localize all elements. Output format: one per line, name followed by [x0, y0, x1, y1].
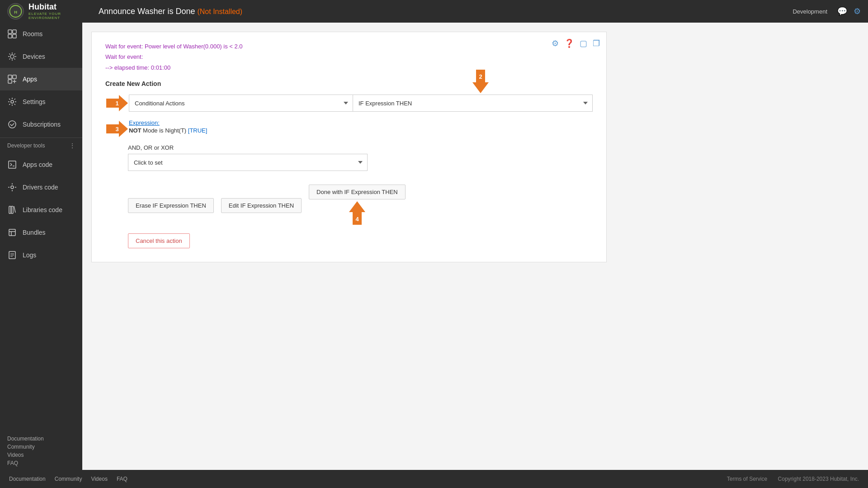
svg-text:4: 4 — [355, 216, 359, 223]
if-expression-dropdown[interactable]: IF Expression THEN — [353, 95, 593, 112]
svg-line-13 — [14, 59, 15, 60]
sidebar: Rooms Devices — [0, 23, 82, 470]
sidebar-item-settings[interactable]: Settings — [0, 90, 82, 113]
footer-faq-link[interactable]: FAQ — [117, 476, 127, 482]
svg-rect-18 — [8, 80, 12, 83]
svg-line-25 — [10, 165, 12, 166]
expression-section: 3 Expression: NOT Mode is Night(T) [TRUE… — [105, 119, 593, 137]
erase-if-expression-button[interactable]: Erase IF Expression THEN — [128, 198, 214, 213]
event-info-section: Wait for event: Power level of Washer(0.… — [105, 41, 593, 73]
documentation-link[interactable]: Documentation — [7, 436, 75, 442]
logo-name: Hubitat — [28, 3, 90, 12]
buttons-row: Erase IF Expression THEN Edit IF Express… — [105, 185, 593, 226]
expand-icon[interactable]: ❐ — [593, 38, 600, 48]
libraries-code-icon — [7, 205, 17, 215]
help-icon[interactable]: ❓ — [564, 38, 574, 48]
terms-of-service-link[interactable]: Terms of Service — [727, 476, 767, 482]
step4-arrow-up: 4 — [349, 201, 365, 225]
svg-point-21 — [11, 100, 14, 103]
settings-panel-icon[interactable]: ⚙ — [552, 38, 559, 48]
content-panel: ⚙ ❓ ▢ ❐ Wait for event: Power level of W… — [91, 32, 607, 262]
collapse-icon[interactable]: ⋮ — [70, 142, 75, 149]
videos-link[interactable]: Videos — [7, 452, 75, 458]
svg-text:2: 2 — [479, 73, 482, 80]
devices-icon — [7, 52, 17, 62]
buttons-area: Erase IF Expression THEN Edit IF Express… — [105, 185, 593, 248]
expression-label[interactable]: Expression: — [129, 119, 160, 126]
done-if-expression-button[interactable]: Done with IF Expression THEN — [309, 185, 406, 199]
done-button-with-arrow: Done with IF Expression THEN 4 — [309, 185, 406, 226]
sidebar-item-libraries-code[interactable]: Libraries code — [0, 199, 82, 221]
logs-icon — [7, 250, 17, 260]
sidebar-item-label: Apps — [23, 76, 37, 83]
svg-point-22 — [9, 121, 16, 128]
notifications-icon[interactable]: 💬 — [837, 6, 847, 16]
svg-point-27 — [11, 186, 14, 189]
svg-rect-17 — [13, 75, 16, 79]
content-area: ⚙ ❓ ▢ ❐ Wait for event: Power level of W… — [82, 23, 868, 470]
faq-link[interactable]: FAQ — [7, 460, 75, 466]
svg-rect-4 — [13, 30, 16, 33]
step3-arrow: 3 — [106, 121, 128, 137]
sidebar-item-label: Settings — [23, 98, 46, 105]
environment-label: Development — [793, 8, 827, 15]
conditional-actions-dropdown[interactable]: Conditional Actions — [129, 95, 353, 112]
footer-copyright-area: Terms of Service Copyright 2018-2023 Hub… — [727, 476, 859, 482]
svg-line-14 — [14, 54, 15, 55]
svg-rect-6 — [13, 34, 16, 38]
sidebar-item-rooms[interactable]: Rooms — [0, 23, 82, 45]
not-keyword: NOT — [129, 127, 141, 134]
footer-documentation-link[interactable]: Documentation — [9, 476, 46, 482]
footer-videos-link[interactable]: Videos — [91, 476, 107, 482]
sidebar-item-apps-code[interactable]: Apps code — [0, 153, 82, 176]
svg-rect-5 — [8, 34, 12, 38]
and-or-dropdown[interactable]: Click to set — [128, 154, 368, 171]
logo-area: H Hubitat ELEVATE YOUR ENVIRONMENT — [7, 2, 90, 20]
page-title: Announce Washer is Done (Not Installed) — [99, 7, 793, 16]
svg-text:3: 3 — [115, 126, 118, 133]
main-layout: Rooms Devices — [0, 23, 868, 470]
step1-arrow-container: 1 — [105, 95, 129, 111]
drivers-code-icon — [7, 182, 17, 192]
sidebar-item-label: Libraries code — [23, 206, 62, 213]
svg-rect-16 — [8, 75, 12, 79]
app-header: H Hubitat ELEVATE YOUR ENVIRONMENT Annou… — [0, 0, 868, 23]
sidebar-item-label: Logs — [23, 251, 36, 259]
sidebar-item-label: Apps code — [23, 161, 52, 168]
step1-arrow: 1 — [106, 95, 128, 111]
sidebar-item-logs[interactable]: Logs — [0, 244, 82, 266]
svg-rect-30 — [9, 229, 15, 236]
cancel-action-button[interactable]: Cancel this action — [128, 233, 190, 248]
footer-community-link[interactable]: Community — [55, 476, 82, 482]
create-new-action-title: Create New Action — [105, 80, 593, 87]
sidebar-item-drivers-code[interactable]: Drivers code — [0, 176, 82, 199]
community-link[interactable]: Community — [7, 444, 75, 450]
sidebar-item-label: Bundles — [23, 229, 46, 236]
monitor-icon[interactable]: ▢ — [580, 38, 587, 48]
header-icons: Development 💬 ⚙ — [793, 6, 861, 16]
user-icon[interactable]: ⚙ — [854, 6, 861, 16]
logo-text-block: Hubitat ELEVATE YOUR ENVIRONMENT — [28, 3, 90, 20]
sidebar-item-label: Devices — [23, 53, 45, 60]
action-select-row: 1 Conditional Actions IF Expression THEN… — [105, 95, 593, 112]
expression-content: Expression: NOT Mode is Night(T) [TRUE] — [129, 119, 207, 134]
sidebar-item-apps[interactable]: Apps — [0, 68, 82, 90]
settings-icon — [7, 97, 17, 107]
sidebar-item-bundles[interactable]: Bundles — [0, 221, 82, 244]
subscriptions-icon — [7, 119, 17, 129]
sidebar-item-devices[interactable]: Devices — [0, 45, 82, 68]
svg-rect-28 — [9, 206, 11, 213]
footer-links: Documentation Community Videos FAQ — [9, 476, 127, 482]
install-status: (Not Installed) — [197, 8, 242, 15]
edit-if-expression-button[interactable]: Edit IF Expression THEN — [221, 198, 302, 213]
step3-arrow-container: 3 — [105, 121, 129, 137]
and-or-label: AND, OR or XOR — [128, 144, 593, 151]
and-or-section: AND, OR or XOR Click to set — [105, 144, 593, 171]
sidebar-item-subscriptions[interactable]: Subscriptions — [0, 113, 82, 136]
event-line-1: Wait for event: Power level of Washer(0.… — [105, 41, 593, 52]
svg-line-12 — [9, 54, 10, 55]
svg-point-7 — [10, 55, 14, 58]
true-badge: [TRUE] — [188, 127, 208, 134]
apps-icon — [7, 74, 17, 84]
rooms-icon — [7, 29, 17, 39]
